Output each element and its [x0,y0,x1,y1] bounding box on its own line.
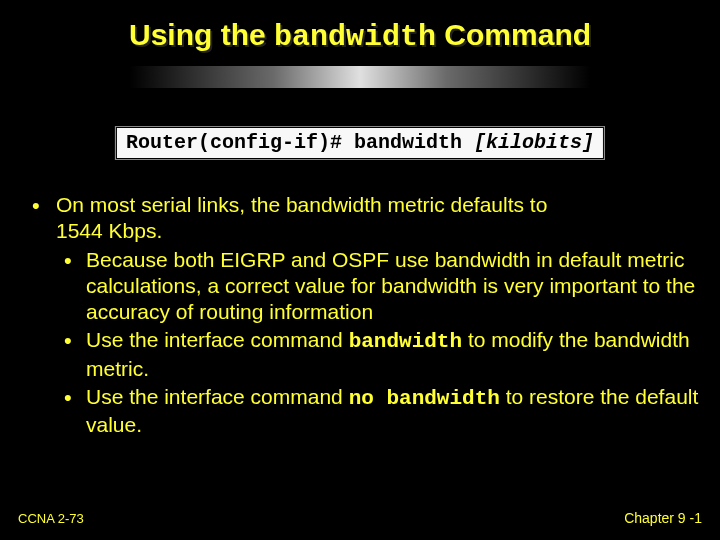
bullet-1-sub-2-a: Use the interface command [86,328,349,351]
bullet-1-line2: 1544 Kbps. [56,219,162,242]
body-content: On most serial links, the bandwidth metr… [28,192,700,442]
bullet-1-sub-3-code: no bandwidth [349,387,500,410]
bullet-1-sub-2: Use the interface command bandwidth to m… [56,327,700,382]
title-prefix: Using the [129,18,274,51]
bullet-1-sub-3-a: Use the interface command [86,385,349,408]
bullet-1: On most serial links, the bandwidth metr… [28,192,700,438]
footer-left: CCNA 2-73 [18,511,84,526]
bullet-1-sub-1: Because both EIGRP and OSPF use bandwidt… [56,247,700,326]
title-suffix: Command [436,18,591,51]
bullet-1-line1: On most serial links, the bandwidth metr… [56,193,547,216]
slide: Using the bandwidth Command Router(confi… [0,0,720,540]
title-underline-gradient [0,66,720,88]
footer-right: Chapter 9 -1 [624,510,702,526]
bullet-1-sub-2-code: bandwidth [349,330,462,353]
command-syntax-box: Router(config-if)# bandwidth [kilobits] [115,126,605,160]
bullet-1-sub-1-text: Because both EIGRP and OSPF use bandwidt… [86,248,695,324]
title-code: bandwidth [274,20,436,54]
bullet-1-sub-3: Use the interface command no bandwidth t… [56,384,700,439]
command-prompt: Router(config-if)# bandwidth [126,131,474,154]
slide-title: Using the bandwidth Command [0,18,720,54]
command-argument: [kilobits] [474,131,594,154]
